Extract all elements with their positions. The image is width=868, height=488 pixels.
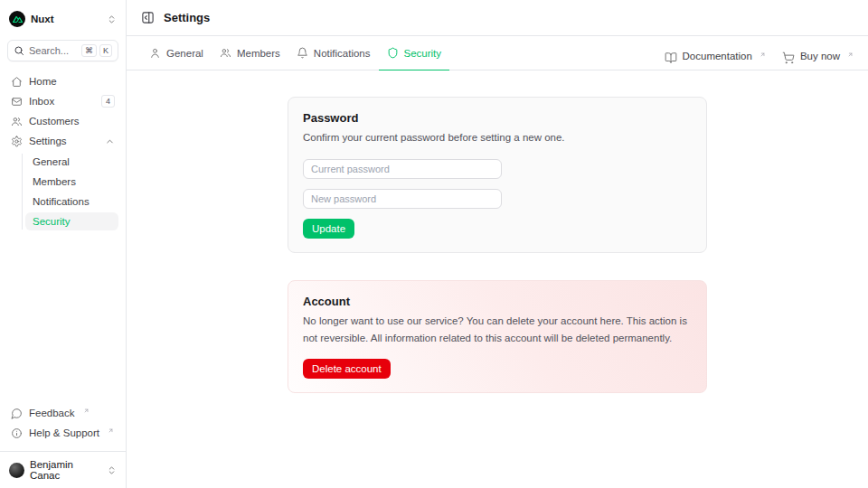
tab-general[interactable]: General bbox=[141, 36, 212, 70]
app-window: Nuxt Search... ⌘K Home bbox=[0, 0, 868, 488]
account-card: Account No longer want to use our servic… bbox=[288, 280, 707, 393]
shield-icon bbox=[387, 47, 399, 59]
search-input[interactable]: Search... ⌘K bbox=[7, 40, 118, 61]
sidebar-spacer bbox=[7, 231, 118, 404]
sidebar-item-home[interactable]: Home bbox=[7, 72, 118, 90]
external-link-icon bbox=[847, 52, 854, 58]
inbox-icon bbox=[11, 96, 23, 108]
external-link-icon bbox=[83, 408, 90, 414]
kbd-k: K bbox=[99, 44, 112, 57]
header-actions: Documentation Buy now bbox=[665, 36, 854, 70]
user-avatar bbox=[9, 463, 24, 478]
nuxt-logo-icon bbox=[9, 11, 25, 27]
current-password-field[interactable] bbox=[303, 159, 502, 179]
user-menu[interactable]: Benjamin Canac bbox=[7, 459, 118, 481]
external-link-icon bbox=[108, 427, 114, 434]
info-icon bbox=[11, 427, 23, 439]
tab-members[interactable]: Members bbox=[212, 36, 288, 70]
chevron-up-icon bbox=[105, 136, 115, 146]
users-icon bbox=[11, 116, 23, 127]
account-card-title: Account bbox=[303, 295, 692, 308]
team-name: Nuxt bbox=[31, 14, 101, 24]
users-icon bbox=[220, 47, 231, 59]
page-title: Settings bbox=[164, 11, 210, 24]
tab-bar: General Members Notifications Security bbox=[127, 36, 868, 70]
settings-subnav: General Members Notifications Security bbox=[7, 152, 118, 231]
external-link-icon bbox=[760, 52, 766, 58]
shopping-cart-icon bbox=[782, 52, 795, 64]
team-selector[interactable]: Nuxt bbox=[7, 7, 118, 31]
tab-security[interactable]: Security bbox=[379, 36, 450, 70]
password-card-title: Password bbox=[303, 111, 692, 125]
documentation-link[interactable]: Documentation bbox=[665, 42, 766, 64]
sidebar-item-notifications[interactable]: Notifications bbox=[25, 192, 118, 211]
buy-now-link[interactable]: Buy now bbox=[782, 42, 854, 64]
sidebar-item-feedback[interactable]: Feedback bbox=[7, 404, 118, 422]
chevrons-up-down-icon bbox=[107, 14, 117, 24]
sidebar-item-members[interactable]: Members bbox=[25, 173, 118, 191]
sidebar-item-security[interactable]: Security bbox=[25, 212, 118, 230]
inbox-count-badge: 4 bbox=[101, 95, 115, 108]
collapse-sidebar-icon[interactable] bbox=[141, 11, 155, 24]
sidebar: Nuxt Search... ⌘K Home bbox=[0, 0, 127, 488]
chevrons-up-down-icon bbox=[107, 465, 117, 475]
chat-bubble-icon bbox=[11, 408, 23, 419]
update-password-button[interactable]: Update bbox=[303, 219, 354, 239]
page-header: Settings bbox=[127, 0, 868, 36]
sidebar-item-general[interactable]: General bbox=[25, 153, 118, 171]
tab-notifications[interactable]: Notifications bbox=[288, 36, 379, 70]
sidebar-nav: Home Inbox 4 Customers Settings bbox=[7, 72, 118, 231]
main-panel: Settings General Members Notifications bbox=[127, 0, 868, 488]
bell-icon bbox=[297, 47, 308, 59]
sidebar-item-customers[interactable]: Customers bbox=[7, 112, 118, 130]
gear-icon bbox=[11, 136, 23, 147]
sidebar-item-help-support[interactable]: Help & Support bbox=[7, 424, 118, 442]
sidebar-item-settings[interactable]: Settings bbox=[7, 132, 118, 150]
new-password-field[interactable] bbox=[303, 189, 502, 209]
delete-account-button[interactable]: Delete account bbox=[303, 359, 391, 379]
book-open-icon bbox=[665, 52, 677, 64]
password-card-description: Confirm your current password before set… bbox=[303, 129, 692, 146]
sidebar-divider bbox=[0, 451, 126, 452]
kbd-meta: ⌘ bbox=[81, 44, 97, 57]
search-shortcut: ⌘K bbox=[81, 44, 112, 57]
account-card-description: No longer want to use our service? You c… bbox=[303, 313, 692, 347]
home-icon bbox=[11, 76, 23, 88]
search-icon bbox=[14, 45, 24, 56]
sidebar-item-inbox[interactable]: Inbox 4 bbox=[7, 92, 118, 110]
password-card: Password Confirm your current password b… bbox=[288, 97, 707, 253]
search-placeholder: Search... bbox=[29, 45, 77, 56]
content-area: Password Confirm your current password b… bbox=[127, 70, 868, 488]
person-icon bbox=[149, 47, 161, 59]
